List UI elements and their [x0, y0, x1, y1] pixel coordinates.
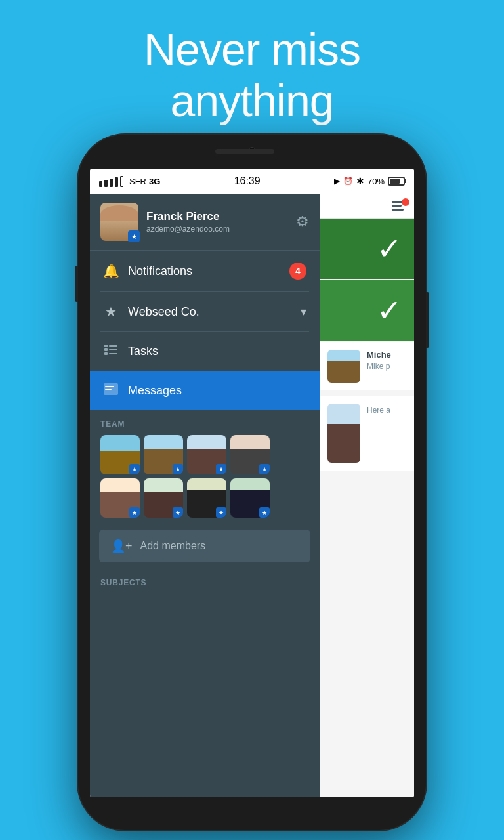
- screen-body: ★ Franck Pierce azdemo@azendoo.com ⚙: [90, 194, 414, 797]
- subjects-label: SUBJECTS: [100, 578, 309, 587]
- team-member-5[interactable]: ★: [100, 478, 140, 518]
- add-members-label: Add members: [140, 540, 206, 552]
- team-member-8[interactable]: ★: [230, 478, 270, 518]
- nav-webseed[interactable]: ★ Webseed Co. ▾: [90, 292, 320, 331]
- chat-message-2: Here a: [320, 396, 414, 471]
- power-button: [426, 292, 429, 348]
- phone-screen: SFR 3G 16:39 ▶ ⏰ ✱ 70%: [90, 169, 414, 797]
- svg-rect-3: [109, 349, 117, 350]
- team-badge-6: ★: [173, 507, 183, 518]
- svg-rect-4: [104, 352, 108, 355]
- headline-line2: anything: [0, 75, 504, 126]
- user-info: Franck Pierce azdemo@azendoo.com: [146, 210, 288, 234]
- user-email: azdemo@azendoo.com: [146, 224, 288, 234]
- team-member-2[interactable]: ★: [144, 435, 183, 474]
- notifications-label: Notifications: [128, 264, 280, 278]
- messages-icon: [103, 383, 119, 398]
- team-badge-3: ★: [216, 464, 226, 474]
- carrier: SFR: [129, 177, 146, 186]
- msg1-content: Miche Mike p: [367, 350, 391, 371]
- bell-icon: 🔔: [103, 263, 119, 279]
- tasks-label: Tasks: [128, 345, 306, 358]
- time-display: 16:39: [234, 175, 261, 187]
- volume-button: [75, 266, 78, 302]
- svg-rect-8: [105, 388, 112, 390]
- team-member-6[interactable]: ★: [144, 478, 183, 518]
- right-panel: ✓ ✓ Miche Mike p: [320, 194, 414, 797]
- signal-dots: [99, 176, 123, 187]
- team-badge-5: ★: [129, 507, 140, 518]
- chat-area: ✓ ✓ Miche Mike p: [320, 219, 414, 797]
- msg1-name: Miche: [367, 350, 391, 360]
- add-person-icon: 👤+: [111, 539, 133, 553]
- phone-wrapper: SFR 3G 16:39 ▶ ⏰ ✱ 70%: [78, 135, 426, 830]
- right-header: [320, 194, 414, 219]
- msg1-text: Mike p: [367, 362, 391, 371]
- sidebar: ★ Franck Pierce azdemo@azendoo.com ⚙: [90, 194, 320, 797]
- avatar-badge: ★: [128, 230, 140, 242]
- team-member-7[interactable]: ★: [187, 478, 226, 518]
- menu-badge-dot: [402, 198, 410, 206]
- msg2-text: Here a: [367, 406, 390, 415]
- status-right: ▶ ⏰ ✱ 70%: [334, 176, 405, 186]
- team-grid: ★ ★ ★ ★: [100, 435, 309, 518]
- checkmark-1: ✓: [377, 231, 402, 266]
- badge-star-icon: ★: [131, 233, 137, 240]
- task-card-2: ✓: [320, 280, 414, 341]
- user-header[interactable]: ★ Franck Pierce azdemo@azendoo.com ⚙: [90, 194, 320, 250]
- alarm-icon: ⏰: [343, 177, 353, 186]
- add-members-button[interactable]: 👤+ Add members: [99, 530, 310, 562]
- team-badge-2: ★: [173, 464, 183, 474]
- subjects-section: SUBJECTS: [90, 569, 320, 598]
- messages-label: Messages: [128, 384, 306, 398]
- star-icon: ★: [103, 304, 119, 320]
- team-badge-7: ★: [216, 507, 226, 518]
- checkmark-2: ✓: [377, 293, 402, 328]
- chat-message-1: Miche Mike p: [320, 342, 414, 390]
- msg2-content: Here a: [367, 404, 390, 415]
- tasks-icon: [103, 344, 119, 359]
- network: 3G: [149, 177, 160, 186]
- svg-rect-0: [104, 345, 108, 347]
- team-badge-8: ★: [259, 507, 270, 518]
- nav-tasks[interactable]: Tasks: [90, 332, 320, 371]
- svg-rect-7: [105, 386, 114, 387]
- task-card-1: ✓: [320, 219, 414, 279]
- team-member-4[interactable]: ★: [230, 435, 270, 474]
- bluetooth-icon: ✱: [356, 176, 364, 186]
- battery-percent: 70%: [368, 177, 385, 186]
- speaker-bar: [215, 149, 274, 154]
- notifications-badge: 4: [289, 262, 306, 280]
- user-name: Franck Pierce: [146, 210, 288, 223]
- team-label: TEAM: [100, 419, 309, 429]
- msg1-avatar: [327, 350, 360, 383]
- status-left: SFR 3G: [99, 176, 160, 187]
- chevron-down-icon: ▾: [301, 304, 306, 319]
- svg-rect-2: [104, 348, 108, 351]
- team-member-1[interactable]: ★: [100, 435, 140, 474]
- svg-rect-1: [109, 345, 117, 346]
- headline: Never miss anything: [0, 0, 504, 126]
- headline-line1: Never miss: [0, 24, 504, 75]
- gap-spacer: [320, 390, 414, 394]
- msg2-avatar: [327, 404, 360, 463]
- nav-notifications[interactable]: 🔔 Notifications 4: [90, 251, 320, 291]
- team-badge-1: ★: [129, 464, 140, 474]
- team-section: TEAM ★ ★ ★: [90, 410, 320, 523]
- settings-button[interactable]: ⚙: [296, 213, 309, 230]
- menu-icon[interactable]: [392, 201, 406, 211]
- gps-icon: ▶: [334, 177, 340, 186]
- webseed-label: Webseed Co.: [128, 305, 291, 319]
- team-badge-4: ★: [259, 464, 270, 474]
- battery-icon: [388, 177, 405, 186]
- svg-rect-5: [109, 353, 117, 354]
- avatar-wrap: ★: [100, 203, 138, 241]
- team-member-3[interactable]: ★: [187, 435, 226, 474]
- phone-shell: SFR 3G 16:39 ▶ ⏰ ✱ 70%: [78, 135, 426, 830]
- status-bar: SFR 3G 16:39 ▶ ⏰ ✱ 70%: [90, 169, 414, 194]
- nav-messages[interactable]: Messages: [90, 371, 320, 410]
